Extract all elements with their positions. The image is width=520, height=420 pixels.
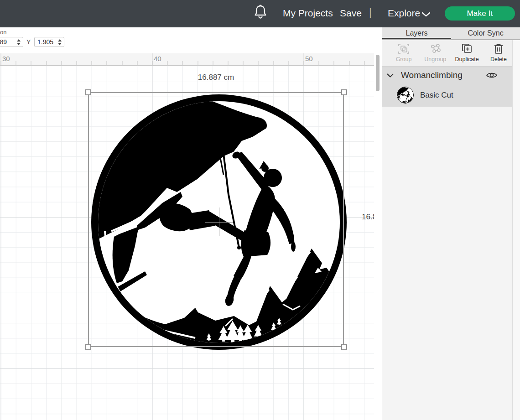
- duplicate-label: Duplicate: [455, 56, 479, 62]
- ruler-label-50: 50: [305, 55, 313, 62]
- selection-handle-top-right[interactable]: [341, 89, 347, 95]
- layer-item-basic-cut[interactable]: Basic Cut: [382, 83, 512, 107]
- x-position-value: 6.089: [0, 38, 16, 46]
- chevron-down-icon[interactable]: [421, 12, 431, 17]
- ungroup-label: Ungroup: [424, 56, 446, 62]
- y-position-input[interactable]: 1.905: [34, 37, 64, 47]
- visibility-eye-icon[interactable]: [486, 71, 498, 79]
- tab-layers[interactable]: Layers: [382, 27, 451, 39]
- y-position-label: Y: [26, 38, 31, 46]
- selection-handle-top-left[interactable]: [85, 89, 91, 95]
- duplicate-button[interactable]: Duplicate: [453, 43, 481, 66]
- selection-handle-bottom-right[interactable]: [341, 344, 347, 350]
- ungroup-icon: [429, 43, 442, 55]
- ruler-label-40: 40: [154, 55, 161, 62]
- layer-group-selected[interactable]: Womanclimbing Basic Cut: [382, 67, 512, 107]
- group-label: Group: [396, 56, 412, 62]
- duplicate-icon: [461, 43, 473, 55]
- ruler-label-30: 30: [2, 55, 10, 62]
- selection-bounding-box[interactable]: [88, 92, 344, 347]
- y-position-value: 1.905: [36, 38, 57, 46]
- layers-panel: Layers Color Sync Group Ungroup: [382, 27, 520, 420]
- panel-scrollbar-track: [513, 40, 520, 420]
- top-bar: My Projects Save | Explore Make It: [0, 0, 520, 27]
- panel-tabs: Layers Color Sync: [382, 27, 520, 40]
- group-icon: [397, 43, 410, 55]
- x-position-input[interactable]: 6.089: [0, 37, 23, 47]
- selection-width-label: 16.887 cm: [88, 73, 344, 82]
- nav-explore[interactable]: Explore: [388, 8, 420, 19]
- canvas-scrollbar-track: [374, 53, 382, 420]
- selection-center-crosshair-horizontal: [205, 222, 233, 223]
- horizontal-ruler: 30 40 50: [0, 53, 374, 66]
- selection-center-crosshair-vertical: [219, 207, 219, 236]
- delete-icon: [492, 43, 505, 55]
- x-stepper[interactable]: [16, 39, 21, 45]
- nav-divider: |: [369, 6, 372, 18]
- tab-color-sync[interactable]: Color Sync: [451, 27, 520, 39]
- canvas-scrollbar-thumb[interactable]: [376, 55, 380, 91]
- nav-my-projects[interactable]: My Projects: [283, 8, 333, 19]
- chevron-down-icon[interactable]: [387, 73, 394, 78]
- edit-toolbar: on 6.089 Y 1.905: [0, 27, 382, 53]
- layer-group-header[interactable]: Womanclimbing: [382, 67, 512, 83]
- layer-thumbnail: [397, 87, 414, 104]
- y-stepper[interactable]: [57, 39, 62, 45]
- make-it-button[interactable]: Make It: [445, 6, 515, 21]
- delete-button[interactable]: Delete: [484, 43, 513, 66]
- group-button[interactable]: Group: [390, 43, 418, 66]
- position-label-clipped: on: [0, 29, 6, 36]
- layer-actions: Group Ungroup Duplicate: [382, 40, 520, 67]
- ungroup-button[interactable]: Ungroup: [421, 43, 449, 66]
- nav-save[interactable]: Save: [340, 8, 362, 19]
- selection-handle-bottom-left[interactable]: [85, 344, 91, 350]
- layer-group-name: Womanclimbing: [401, 70, 463, 80]
- delete-label: Delete: [490, 56, 507, 62]
- notifications-bell-icon[interactable]: [254, 4, 267, 19]
- layer-type-label: Basic Cut: [420, 91, 453, 100]
- ruler-minor-ticks: [0, 61, 374, 65]
